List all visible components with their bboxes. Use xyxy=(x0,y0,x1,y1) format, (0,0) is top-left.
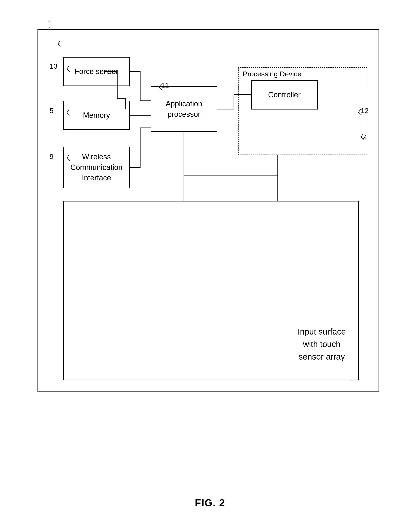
controller-box: Controller xyxy=(251,80,318,109)
memory-label: Memory xyxy=(83,110,110,121)
memory-box: Memory xyxy=(63,101,130,130)
force-sensor-box: Force sensor xyxy=(63,57,130,86)
ref-label-12: 12 xyxy=(361,107,368,115)
input-surface-label: Input surface with touch sensor array xyxy=(298,313,346,363)
controller-label: Controller xyxy=(268,90,301,100)
app-processor-box: Application processor xyxy=(151,86,217,132)
ref-label-1: 1 xyxy=(48,19,52,27)
fig-caption: FIG. 2 xyxy=(195,497,225,508)
diagram-container: 1 Force sensor 13 Memory 5 Wireless Comm… xyxy=(25,17,392,430)
processing-device-label: Processing Device xyxy=(243,70,301,78)
ref-label-5: 5 xyxy=(50,107,53,115)
ref-label-9: 9 xyxy=(50,152,53,161)
input-surface-box: Input surface with touch sensor array xyxy=(63,201,359,380)
wireless-label: Wireless Communication Interface xyxy=(70,152,122,183)
ref-label-4: 4 xyxy=(363,134,367,142)
wireless-box: Wireless Communication Interface xyxy=(63,147,130,188)
ref-label-11: 11 xyxy=(161,82,169,90)
force-sensor-label: Force sensor xyxy=(75,66,118,77)
ref-label-13: 13 xyxy=(50,62,58,70)
app-processor-label: Application processor xyxy=(166,99,202,120)
outer-box: Force sensor 13 Memory 5 Wireless Commun… xyxy=(38,29,379,392)
processing-device-box: Processing Device Controller xyxy=(238,67,367,155)
